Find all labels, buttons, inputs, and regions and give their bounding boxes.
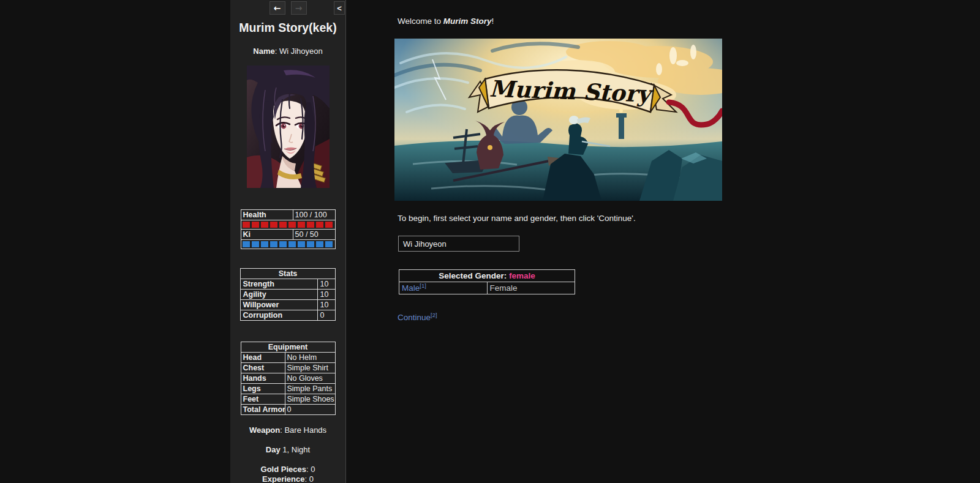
ki-bar-row: [241, 240, 335, 249]
bar-segment: [243, 222, 250, 228]
row-value: No Helm: [285, 353, 335, 363]
table-row: Strength10: [241, 279, 335, 290]
row-value: No Gloves: [285, 373, 335, 384]
link-marker: [1]: [420, 282, 426, 288]
sidebar-collapse-button[interactable]: <: [334, 1, 345, 15]
day-line: Day 1, Night: [230, 445, 345, 454]
row-label: Agility: [241, 290, 318, 300]
health-bar-row: [241, 220, 335, 230]
row-value: Simple Shirt: [285, 363, 335, 373]
bar-segment: [270, 222, 277, 228]
row-value: Simple Shoes: [285, 394, 335, 405]
bar-segment: [279, 241, 287, 247]
ki-bar: [242, 241, 334, 247]
bar-segment: [288, 241, 296, 247]
weapon-line: Weapon: Bare Hands: [230, 425, 345, 435]
row-value: Simple Pants: [285, 384, 335, 394]
health-bar: [242, 222, 334, 228]
weapon-value: Bare Hands: [284, 425, 326, 435]
banner-title: Murim Story: [489, 75, 655, 107]
name-input[interactable]: [398, 236, 519, 252]
gender-header: Selected Gender: female: [399, 270, 575, 282]
bar-segment: [279, 222, 287, 228]
row-label: Corruption: [241, 310, 318, 321]
experience-value: 0: [309, 474, 314, 483]
male-link[interactable]: Male[1]: [402, 283, 426, 293]
ki-value: 50 / 50: [293, 230, 335, 240]
bar-segment: [270, 241, 277, 247]
instructions-text: To begin, first select your name and gen…: [398, 214, 737, 223]
back-arrow-icon: ←: [274, 3, 281, 13]
row-value: 10: [318, 279, 335, 290]
ki-row: Ki 50 / 50: [241, 230, 335, 240]
character-name-value: Wi Jihoyeon: [279, 47, 323, 56]
gold-line: Gold Pieces: 0: [230, 465, 345, 474]
ki-label: Ki: [241, 230, 293, 240]
row-value: 0: [285, 405, 335, 415]
table-row: ChestSimple Shirt: [241, 363, 335, 373]
chevron-left-icon: <: [337, 4, 342, 13]
character-name-line: Name: Wi Jihoyeon: [230, 47, 345, 56]
history-forward-button[interactable]: →: [291, 1, 307, 15]
gender-options-row: Male[1] Female: [399, 282, 575, 294]
selected-gender-value: female: [509, 271, 535, 280]
table-row: Agility10: [241, 290, 335, 300]
bar-segment: [252, 241, 259, 247]
forward-arrow-icon: →: [295, 3, 303, 13]
page: ← → < Murim Story(kek) Name: Wi Jihoyeon: [0, 0, 980, 483]
bar-segment: [261, 241, 268, 247]
bar-segment: [298, 222, 305, 228]
equipment-header: Equipment: [241, 342, 335, 353]
experience-line: Experience: 0: [230, 474, 345, 483]
row-value: 10: [318, 290, 335, 300]
gender-male-cell: Male[1]: [399, 282, 488, 294]
table-row: Corruption0: [241, 310, 335, 321]
vitals-table: Health 100 / 100 Ki 50 / 50: [241, 209, 336, 249]
health-row: Health 100 / 100: [241, 210, 335, 220]
bar-segment: [325, 241, 333, 247]
continue-link[interactable]: Continue[2]: [398, 313, 437, 322]
table-row: HandsNo Gloves: [241, 373, 335, 384]
equipment-table: Equipment HeadNo HelmChestSimple ShirtHa…: [241, 342, 336, 415]
table-row: Total Armor0: [241, 405, 335, 415]
bar-segment: [316, 222, 323, 228]
bar-segment: [252, 222, 259, 228]
row-value: 10: [318, 300, 335, 310]
passage: Welcome to Murim Story!: [394, 0, 737, 322]
table-row: HeadNo Helm: [241, 353, 335, 363]
stats-table: Stats Strength10Agility10Willpower10Corr…: [240, 268, 335, 321]
row-label: Feet: [241, 394, 285, 405]
row-label: Legs: [241, 384, 285, 394]
row-value: 0: [318, 310, 335, 321]
row-label: Head: [241, 353, 285, 363]
health-label: Health: [241, 210, 293, 220]
game-title-inline: Murim Story: [443, 17, 492, 26]
bar-segment: [298, 241, 305, 247]
link-marker: [2]: [431, 312, 437, 318]
banner-image: Murim Story: [394, 39, 722, 201]
story-title: Murim Story(kek): [234, 21, 342, 35]
row-label: Hands: [241, 373, 285, 384]
table-row: FeetSimple Shoes: [241, 394, 335, 405]
row-label: Willpower: [241, 300, 318, 310]
bar-segment: [243, 241, 250, 247]
bar-segment: [288, 222, 296, 228]
character-portrait: [247, 66, 330, 188]
history-controls: ← →: [230, 1, 345, 15]
gender-female-cell: Female: [487, 282, 575, 294]
gold-value: 0: [311, 465, 315, 474]
bar-segment: [316, 241, 323, 247]
sidebar: ← → < Murim Story(kek) Name: Wi Jihoyeon: [230, 0, 346, 483]
row-label: Total Armor: [241, 405, 285, 415]
bar-segment: [307, 241, 314, 247]
history-back-button[interactable]: ←: [270, 1, 285, 15]
row-label: Strength: [241, 279, 318, 290]
bar-segment: [307, 222, 314, 228]
bar-segment: [325, 222, 333, 228]
welcome-line: Welcome to Murim Story!: [398, 17, 737, 26]
gender-table: Selected Gender: female Male[1] Female: [399, 269, 575, 294]
row-label: Chest: [241, 363, 285, 373]
table-row: Willpower10: [241, 300, 335, 310]
table-row: LegsSimple Pants: [241, 384, 335, 394]
day-value: 1, Night: [282, 445, 310, 454]
